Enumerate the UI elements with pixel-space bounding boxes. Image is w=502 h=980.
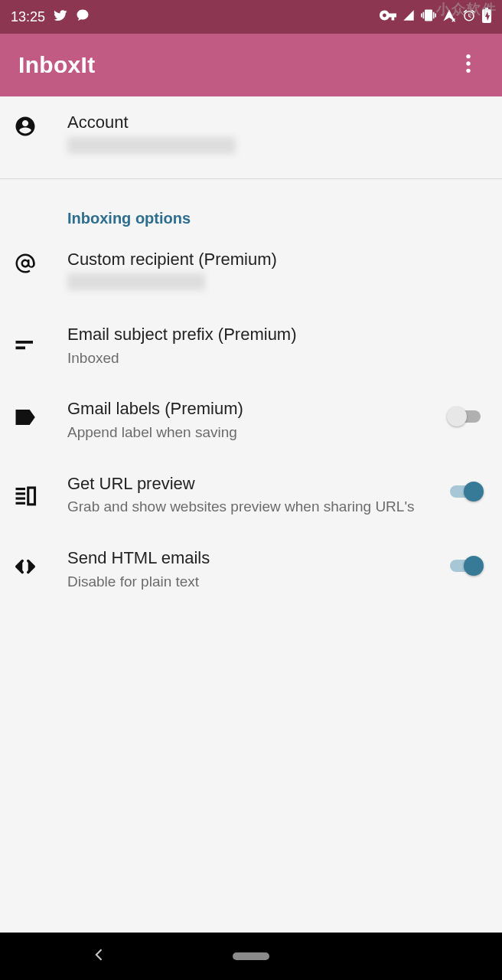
code-icon [14, 555, 37, 581]
svg-rect-6 [16, 492, 26, 495]
send-html-toggle[interactable] [447, 555, 484, 577]
more-options-button[interactable] [453, 50, 484, 80]
gmail-labels-row[interactable]: Gmail labels (Premium) Append label when… [0, 383, 502, 457]
status-bar: 13:25 [0, 0, 502, 34]
signal-icon [403, 9, 415, 24]
custom-recipient-redacted [67, 273, 205, 290]
svg-point-0 [466, 54, 470, 58]
speech-icon [76, 8, 90, 25]
status-time: 13:25 [11, 9, 45, 25]
at-icon [14, 252, 37, 278]
person-icon [14, 115, 37, 141]
battery-charging-icon [482, 8, 491, 26]
svg-rect-3 [16, 341, 34, 344]
send-html-row[interactable]: Send HTML emails Disable for plain text [0, 532, 502, 606]
label-icon [14, 406, 37, 432]
twitter-icon [53, 8, 68, 26]
send-html-title: Send HTML emails [67, 547, 435, 570]
vpn-key-icon [380, 10, 396, 24]
settings-list: Account Inboxing options Custom recipien… [0, 96, 502, 606]
svg-rect-7 [16, 497, 26, 499]
gmail-labels-subtitle: Append label when saving [67, 423, 435, 443]
location-off-icon [442, 8, 456, 25]
url-preview-row[interactable]: Get URL preview Grab and show websites p… [0, 458, 502, 532]
custom-recipient-row[interactable]: Custom recipient (Premium) [0, 234, 502, 309]
nav-back-button[interactable] [92, 947, 107, 965]
gmail-labels-toggle[interactable] [447, 406, 484, 427]
vertical-split-icon [14, 484, 37, 510]
url-preview-subtitle: Grab and show websites preview when shar… [67, 498, 435, 517]
short-text-icon [14, 333, 37, 359]
navigation-bar [0, 933, 502, 980]
gmail-labels-title: Gmail labels (Premium) [67, 398, 435, 420]
account-email-redacted [67, 137, 236, 154]
url-preview-toggle[interactable] [447, 481, 484, 502]
svg-rect-5 [16, 488, 26, 490]
account-title: Account [67, 112, 484, 134]
more-vert-icon [465, 53, 471, 77]
section-header: Inboxing options [67, 185, 484, 234]
nav-home-button[interactable] [233, 952, 269, 960]
svg-point-1 [466, 61, 470, 65]
send-html-subtitle: Disable for plain text [67, 573, 435, 592]
svg-rect-8 [16, 502, 26, 505]
svg-rect-9 [28, 488, 35, 505]
email-prefix-title: Email subject prefix (Premium) [67, 324, 484, 346]
email-prefix-subtitle: Inboxed [67, 349, 484, 368]
custom-recipient-title: Custom recipient (Premium) [67, 249, 484, 271]
account-row[interactable]: Account [0, 96, 502, 172]
svg-rect-4 [16, 347, 26, 350]
app-bar: InboxIt [0, 34, 502, 96]
url-preview-title: Get URL preview [67, 473, 435, 495]
svg-point-2 [466, 69, 470, 73]
email-prefix-row[interactable]: Email subject prefix (Premium) Inboxed [0, 309, 502, 383]
vibrate-icon [421, 8, 436, 26]
alarm-icon [462, 8, 476, 25]
app-title: InboxIt [18, 52, 95, 78]
